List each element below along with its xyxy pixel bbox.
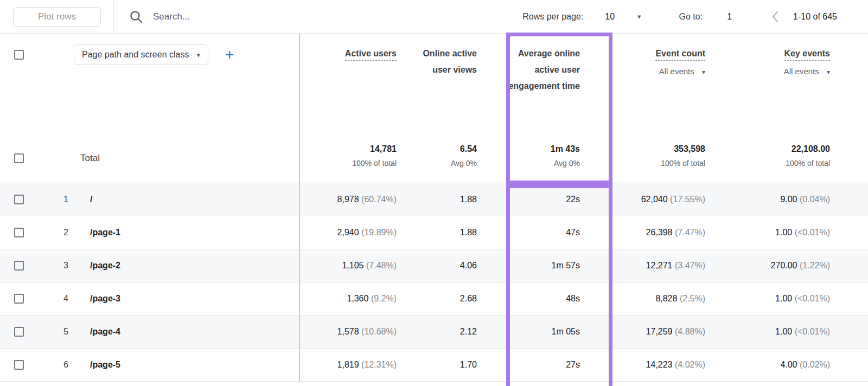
rows-per-page-label: Rows per page: — [522, 12, 583, 22]
online-active-user-views-cell: 1.88 — [397, 183, 477, 216]
toolbar-divider — [113, 0, 114, 34]
key-events-cell: 270.00(1.22%) — [705, 249, 830, 282]
key-events-cell: 9.00(0.04%) — [705, 183, 830, 216]
online-active-user-views-cell: 2.12 — [397, 316, 477, 348]
key-events-cell: 4.00(0.02%) — [705, 349, 830, 381]
search-icon — [129, 10, 143, 24]
column-header-avg-engagement-time[interactable]: Average online active user engagement ti… — [477, 34, 580, 134]
table-header-row: Page path and screen class ▾ + Active us… — [0, 34, 868, 134]
page-path-cell: /page-3 — [90, 294, 120, 304]
event-count-cell: 17,259(4.88%) — [580, 316, 705, 348]
active-users-cell: 8,978(60.74%) — [300, 183, 397, 216]
key-events-cell: 1.00(<0.01%) — [705, 316, 830, 348]
row-checkbox[interactable] — [14, 327, 24, 337]
event-count-cell: 62,040(17.55%) — [580, 183, 705, 216]
avg-engagement-time-cell: 48s — [477, 282, 580, 315]
row-number: 5 — [24, 327, 68, 337]
total-subvalue: 100% of total — [705, 159, 830, 168]
avg-engagement-time-cell: 1m 57s — [477, 249, 580, 282]
search-box — [129, 10, 272, 24]
total-value: 22,108.00 — [705, 143, 830, 155]
previous-page-button[interactable] — [771, 10, 779, 23]
event-filter-dropdown[interactable]: All events ▾ — [580, 67, 705, 76]
column-header-label[interactable]: Event count — [655, 49, 705, 61]
rows-per-page-chevron-down-icon[interactable]: ▾ — [637, 13, 641, 20]
total-subvalue: Avg 0% — [477, 159, 580, 168]
key-events-cell: 1.00(<0.01%) — [705, 216, 830, 249]
avg-engagement-time-cell: 27s — [477, 349, 580, 381]
avg-engagement-time-cell: 22s — [477, 183, 580, 216]
chevron-left-icon — [771, 10, 779, 23]
column-header-event-count[interactable]: Event count All events ▾ — [580, 34, 705, 134]
page-path-cell: /page-1 — [90, 228, 120, 237]
table-row[interactable]: 3 /page-2 1,105(7.48%) 4.06 1m 57s 12,27… — [0, 249, 868, 282]
active-users-cell: 1,819(12.31%) — [300, 349, 397, 381]
online-active-user-views-cell: 1.88 — [397, 216, 477, 249]
row-checkbox[interactable] — [14, 360, 24, 370]
event-count-cell: 14,223(4.02%) — [580, 349, 705, 381]
table-row[interactable]: 6 /page-5 1,819(12.31%) 1.70 27s 14,223(… — [0, 348, 868, 381]
toolbar: Plot rows Rows per page: 10 ▾ Go to: 1 1… — [0, 0, 868, 34]
avg-engagement-time-cell: 47s — [477, 216, 580, 249]
chevron-down-icon: ▾ — [196, 52, 200, 59]
column-header-key-events[interactable]: Key events All events ▾ — [705, 34, 830, 134]
page-path-cell: /page-2 — [90, 261, 120, 271]
event-count-cell: 26,398(7.47%) — [580, 216, 705, 249]
table-row[interactable]: 5 /page-4 1,578(10.68%) 2.12 1m 05s 17,2… — [0, 315, 868, 348]
rows-per-page-value[interactable]: 10 — [605, 12, 615, 22]
total-row: Total 14,781 100% of total 6.54 Avg 0% 1… — [0, 134, 868, 183]
dimension-selector[interactable]: Page path and screen class ▾ — [74, 44, 208, 65]
row-number: 1 — [24, 195, 68, 204]
online-active-user-views-cell: 4.06 — [397, 249, 477, 282]
row-checkbox[interactable] — [14, 228, 24, 237]
total-value: 14,781 — [300, 143, 397, 155]
dimension-selector-label: Page path and screen class — [82, 50, 189, 60]
plot-rows-button[interactable]: Plot rows — [13, 7, 101, 27]
column-header-online-active-user-views[interactable]: Online active user views — [397, 34, 477, 134]
event-filter-label: All events — [659, 67, 694, 76]
search-input[interactable] — [153, 11, 272, 22]
total-value: 1m 43s — [477, 143, 580, 155]
column-header-label[interactable]: Active users — [345, 49, 397, 61]
row-number: 3 — [24, 261, 68, 271]
column-header-label[interactable]: Online active user views — [420, 46, 477, 78]
avg-engagement-time-cell: 1m 05s — [477, 316, 580, 348]
key-event-filter-dropdown[interactable]: All events ▾ — [705, 67, 830, 76]
page-path-cell: /page-5 — [90, 360, 120, 370]
active-users-cell: 2,940(19.89%) — [300, 216, 397, 249]
total-label: Total — [80, 153, 100, 164]
total-value: 353,598 — [580, 143, 705, 155]
pagination-controls: Rows per page: 10 ▾ Go to: 1 1-10 of 645 — [522, 10, 868, 23]
event-filter-label: All events — [784, 67, 819, 76]
select-all-checkbox[interactable] — [14, 50, 24, 60]
key-events-cell: 1.00(<0.01%) — [705, 282, 830, 315]
page-path-cell: / — [90, 195, 92, 204]
table-row[interactable]: 2 /page-1 2,940(19.89%) 1.88 47s 26,398(… — [0, 216, 868, 249]
table-row[interactable]: 4 /page-3 1,360(9.2%) 2.68 48s 8,828(2.5… — [0, 282, 868, 315]
total-subvalue: 100% of total — [300, 159, 397, 168]
add-dimension-button[interactable]: + — [225, 47, 234, 62]
row-checkbox[interactable] — [14, 195, 24, 204]
table-body: 1 / 8,978(60.74%) 1.88 22s 62,040(17.55%… — [0, 183, 868, 382]
online-active-user-views-cell: 2.68 — [397, 282, 477, 315]
total-subvalue: Avg 0% — [397, 159, 477, 168]
page-path-cell: /page-4 — [90, 327, 120, 337]
event-count-cell: 12,271(3.47%) — [580, 249, 705, 282]
row-checkbox[interactable] — [14, 261, 24, 271]
pagination-range: 1-10 of 645 — [793, 12, 837, 22]
column-header-active-users[interactable]: Active users — [300, 34, 397, 134]
active-users-cell: 1,360(9.2%) — [300, 282, 397, 315]
column-header-label[interactable]: Average online active user engagement ti… — [497, 46, 580, 94]
active-users-cell: 1,105(7.48%) — [300, 249, 397, 282]
go-to-label: Go to: — [679, 12, 703, 22]
column-header-label[interactable]: Key events — [784, 49, 831, 61]
row-checkbox[interactable] — [14, 294, 24, 304]
total-row-checkbox[interactable] — [14, 153, 24, 163]
online-active-user-views-cell: 1.70 — [397, 349, 477, 381]
active-users-cell: 1,578(10.68%) — [300, 316, 397, 348]
go-to-input[interactable]: 1 — [727, 12, 732, 22]
analytics-pages-report: Plot rows Rows per page: 10 ▾ Go to: 1 1… — [0, 0, 868, 386]
table-row[interactable]: 1 / 8,978(60.74%) 1.88 22s 62,040(17.55%… — [0, 183, 868, 216]
row-number: 2 — [24, 228, 68, 237]
total-value: 6.54 — [397, 143, 477, 155]
